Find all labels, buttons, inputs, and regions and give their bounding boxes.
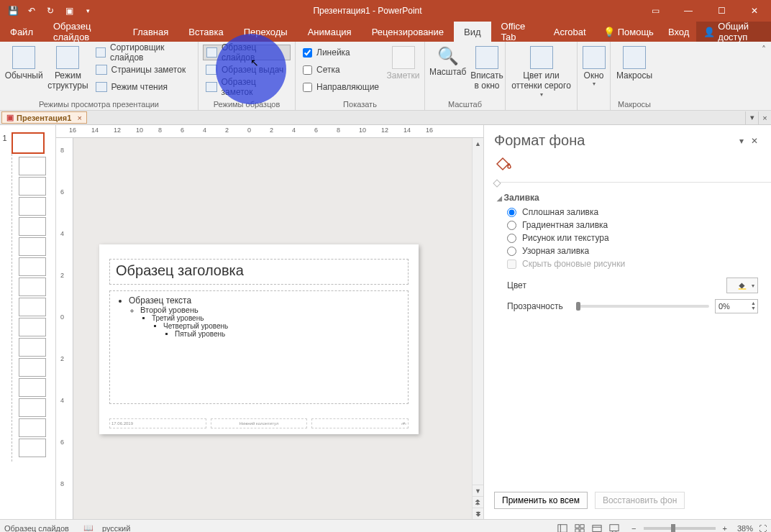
tab-animations[interactable]: Анимация — [298, 22, 362, 42]
zoom-in-button[interactable]: + — [720, 524, 730, 533]
ruler-vertical: 864202468 — [56, 138, 73, 519]
notes-master-icon — [206, 82, 217, 92]
zoom-level[interactable]: 38% — [737, 524, 753, 533]
prev-slide-icon[interactable]: ⯭ — [473, 496, 483, 508]
pane-options-icon[interactable]: ▾ — [735, 136, 748, 146]
layout-thumbnail[interactable] — [19, 338, 46, 357]
notes-master-button[interactable]: Образец заметок — [203, 79, 291, 95]
notes-page-icon — [96, 65, 107, 75]
tab-home[interactable]: Главная — [123, 22, 178, 42]
document-tab[interactable]: ▣ Презентация1 × — [1, 111, 87, 124]
ruler-checkbox[interactable]: Линейка — [300, 45, 382, 60]
normal-view-button[interactable]: Обычный — [4, 45, 43, 98]
tab-insert[interactable]: Вставка — [178, 22, 233, 42]
picture-fill-radio[interactable]: Рисунок или текстура — [507, 233, 758, 243]
tab-review[interactable]: Рецензирование — [362, 22, 454, 42]
color-picker-button[interactable] — [726, 278, 758, 293]
reading-view-button[interactable]: Режим чтения — [93, 79, 194, 95]
slidenum-placeholder[interactable]: ‹#› — [311, 418, 409, 428]
scroll-down-icon[interactable]: ▼ — [473, 485, 483, 496]
close-icon[interactable]: ✕ — [738, 0, 771, 22]
share-button[interactable]: 👤Общий доступ — [696, 22, 771, 42]
tab-transitions[interactable]: Переходы — [234, 22, 298, 42]
handout-master-button[interactable]: Образец выдач — [203, 62, 291, 78]
layout-thumbnail[interactable] — [19, 298, 46, 316]
slide-master-canvas[interactable]: Образец заголовка Образец текста Второй … — [99, 244, 419, 434]
notes-page-button[interactable]: Страницы заметок — [93, 62, 194, 78]
layout-thumbnail[interactable] — [19, 318, 46, 336]
fit-window-button[interactable]: Вписать в окно — [470, 45, 503, 98]
tab-slide-master[interactable]: Образец слайдов — [43, 22, 123, 42]
grid-checkbox[interactable]: Сетка — [300, 62, 382, 78]
next-slide-icon[interactable]: ⯯ — [473, 508, 483, 519]
macros-button[interactable]: Макросы — [615, 45, 654, 98]
pane-close-icon[interactable]: ✕ — [748, 136, 761, 146]
slideshow-icon[interactable]: ▣ — [60, 2, 78, 19]
title-placeholder[interactable]: Образец заголовка — [109, 259, 409, 285]
layout-thumbnail[interactable] — [19, 418, 46, 437]
layout-thumbnail[interactable] — [19, 177, 46, 196]
tab-file[interactable]: Файл — [0, 22, 43, 42]
minimize-icon[interactable]: — — [672, 0, 705, 22]
signin-button[interactable]: Вход — [661, 27, 696, 37]
guides-checkbox[interactable]: Направляющие — [300, 79, 382, 95]
content-placeholder[interactable]: Образец текста Второй уровень Третий уро… — [109, 290, 409, 404]
collapse-ribbon-icon[interactable]: ˄ — [757, 42, 771, 110]
footer-placeholder[interactable]: Нижний колонтитул — [211, 418, 308, 428]
reading-view-icon[interactable] — [588, 522, 606, 533]
transparency-value[interactable]: 0%▲▼ — [715, 299, 758, 313]
transparency-slider[interactable] — [576, 305, 709, 308]
layout-thumbnail[interactable] — [19, 278, 46, 296]
slide-master-icon — [206, 47, 217, 58]
outline-view-button[interactable]: Режим структуры — [47, 45, 88, 98]
spellcheck-icon[interactable]: 📖 — [83, 523, 93, 532]
layout-thumbnail[interactable] — [19, 197, 46, 216]
window-button[interactable]: Окно▾ — [582, 45, 606, 107]
help-button[interactable]: 💡Помощь — [596, 27, 661, 37]
color-grayscale-button[interactable]: Цвет или оттенки серого▾ — [510, 45, 572, 107]
layout-thumbnail[interactable] — [19, 237, 46, 256]
zoom-icon: 🔍 — [437, 46, 459, 67]
svg-rect-1 — [558, 524, 567, 532]
apply-all-button[interactable]: Применить ко всем — [494, 492, 588, 509]
close-doc-icon[interactable]: × — [77, 114, 81, 122]
tab-office-tab[interactable]: Office Tab — [491, 22, 544, 42]
layout-thumbnail[interactable] — [19, 358, 46, 377]
gradient-fill-radio[interactable]: Градиентная заливка — [507, 220, 758, 230]
fill-section[interactable]: Заливка — [497, 193, 758, 203]
qat-more-icon[interactable]: ▾ — [79, 2, 96, 19]
fit-to-window-icon[interactable]: ⛶ — [759, 524, 767, 533]
slide-master-button[interactable]: Образец слайдов — [203, 45, 291, 60]
layout-thumbnail[interactable] — [19, 217, 46, 236]
maximize-icon[interactable]: ☐ — [705, 0, 738, 22]
fill-bucket-icon[interactable] — [494, 155, 511, 172]
layout-thumbnail[interactable] — [19, 378, 46, 397]
sorter-view-icon[interactable] — [571, 522, 588, 533]
zoom-out-button[interactable]: − — [629, 524, 639, 533]
save-icon[interactable]: 💾 — [4, 2, 22, 19]
scroll-up-icon[interactable]: ▲ — [473, 138, 483, 150]
tab-acrobat[interactable]: Acrobat — [544, 22, 596, 42]
slide-sorter-button[interactable]: Сортировщик слайдов — [93, 45, 194, 60]
layout-thumbnail[interactable] — [19, 157, 46, 175]
close-split-icon[interactable]: × — [758, 111, 771, 124]
zoom-slider[interactable] — [644, 527, 716, 530]
normal-view-icon[interactable] — [554, 522, 571, 533]
status-language[interactable]: русский — [102, 524, 130, 533]
tab-view[interactable]: Вид — [454, 22, 491, 42]
zoom-button[interactable]: 🔍Масштаб — [429, 45, 466, 98]
layout-thumbnail[interactable] — [19, 257, 46, 276]
undo-icon[interactable]: ↶ — [23, 2, 40, 19]
layout-thumbnail[interactable] — [19, 398, 46, 417]
split-dropdown-icon[interactable]: ▾ — [745, 111, 758, 124]
lightbulb-icon: 💡 — [603, 27, 615, 37]
ribbon-options-icon[interactable]: ▭ — [639, 0, 672, 22]
master-thumbnail[interactable] — [12, 132, 45, 154]
pattern-fill-radio[interactable]: Узорная заливка — [507, 246, 758, 256]
solid-fill-radio[interactable]: Сплошная заливка — [507, 207, 758, 217]
layout-thumbnail[interactable] — [19, 439, 46, 457]
redo-icon[interactable]: ↻ — [42, 2, 59, 19]
date-placeholder[interactable]: 17.06.2019 — [109, 418, 206, 428]
slideshow-view-icon[interactable] — [606, 522, 623, 533]
vertical-scrollbar[interactable]: ▲ ▼ ⯭ ⯯ — [472, 138, 483, 519]
